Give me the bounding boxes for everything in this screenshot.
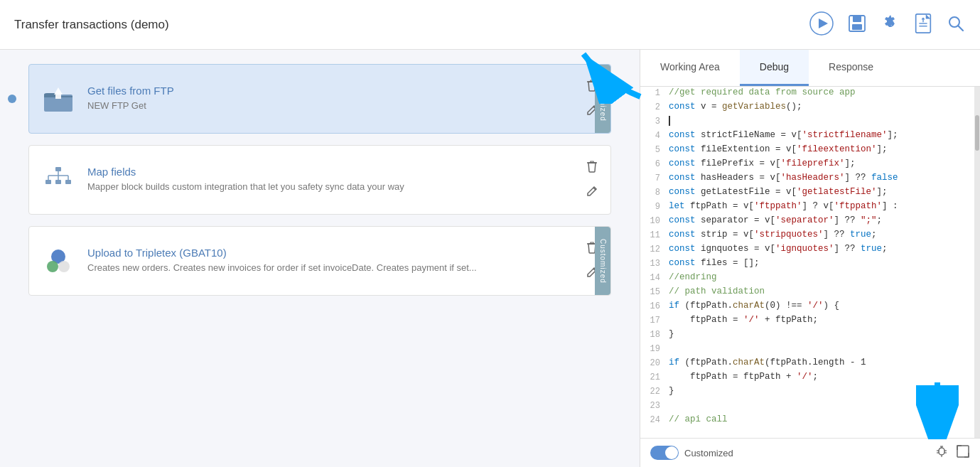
page-title: Transfer transactions (demo) — [14, 18, 809, 32]
step-desc-map: Mapper block builds custom integration t… — [87, 181, 576, 193]
code-line-24: 24 // api call — [640, 414, 980, 428]
step-title-map: Map fields — [87, 166, 576, 178]
step-upload-tripletex[interactable]: Upload to Tripletex (GBAT10) Creates new… — [28, 226, 611, 296]
svg-rect-23 — [65, 180, 71, 184]
right-panel: Working Area Debug Response 1 //get requ… — [640, 50, 980, 467]
map-icon — [43, 166, 74, 194]
code-line-8: 8 const getLatestFile = v['getlatestFile… — [640, 186, 980, 200]
code-line-4: 4 const strictFileName = v['strictfilena… — [640, 129, 980, 144]
debug-footer-button[interactable] — [935, 444, 949, 461]
tab-bar: Working Area Debug Response — [640, 50, 980, 87]
code-line-1: 1 //get required data from source app — [640, 87, 980, 101]
code-line-15: 15 // path validation — [640, 286, 980, 300]
customized-badge-ftp: Customized — [595, 65, 610, 133]
customized-badge-upload: Customized — [595, 227, 610, 295]
svg-rect-15 — [55, 167, 61, 171]
code-footer: Customized — [640, 438, 980, 467]
step-actions-map — [585, 159, 599, 201]
code-line-11: 11 const strip = v['stripquotes'] ?? tru… — [640, 229, 980, 243]
customized-toggle[interactable] — [650, 446, 679, 460]
code-line-16: 16 if (ftpPath.charAt(0) !== '/') { — [640, 300, 980, 314]
svg-line-10 — [958, 26, 963, 31]
code-line-18: 18 } — [640, 328, 980, 343]
header: Transfer transactions (demo) — [0, 0, 980, 50]
settings-button[interactable] — [881, 14, 900, 36]
svg-rect-4 — [852, 24, 862, 30]
save-icon — [846, 13, 868, 34]
ftp-icon — [43, 85, 74, 113]
step-title-upload: Upload to Tripletex (GBAT10) — [87, 247, 576, 259]
main-layout: Get files from FTP NEW FTP Get — [0, 50, 980, 467]
export-icon — [913, 13, 933, 34]
toggle-label: Customized — [684, 448, 733, 458]
expand-icon — [956, 444, 970, 458]
save-button[interactable] — [846, 13, 868, 37]
code-line-20: 20 if (ftpPath.charAt(ftpPath.length - 1 — [640, 357, 980, 371]
step-icon-ftp — [41, 81, 76, 117]
step-info-ftp: Get files from FTP NEW FTP Get — [87, 85, 576, 112]
code-line-14: 14 //endring — [640, 272, 980, 286]
export-button[interactable] — [913, 13, 933, 37]
code-line-12: 12 const ignquotes = v['ignquotes'] ?? t… — [640, 243, 980, 257]
tripletex-icon — [43, 245, 74, 277]
tab-response[interactable]: Response — [809, 50, 893, 86]
step-icon-upload — [41, 243, 76, 279]
code-line-19: 19 — [640, 343, 980, 357]
header-actions — [809, 11, 966, 38]
svg-point-28 — [58, 261, 70, 272]
footer-icons — [935, 444, 970, 461]
step-desc-ftp: NEW FTP Get — [87, 100, 576, 112]
svg-rect-22 — [55, 180, 61, 184]
tab-working-area[interactable]: Working Area — [640, 50, 740, 86]
code-line-22: 22 } — [640, 385, 980, 399]
code-line-23: 23 — [640, 399, 980, 414]
code-line-3: 3 — [640, 115, 980, 129]
edit-map-button[interactable] — [585, 184, 599, 201]
tab-debug[interactable]: Debug — [740, 50, 809, 86]
step-icon-map — [41, 162, 76, 198]
delete-map-button[interactable] — [585, 159, 599, 177]
code-line-10: 10 const separator = v['separator'] ?? "… — [640, 215, 980, 229]
step-info-map: Map fields Mapper block builds custom in… — [87, 166, 576, 193]
run-button[interactable] — [809, 11, 834, 38]
code-line-6: 6 const filePrefix = v['fileprefix']; — [640, 158, 980, 172]
scrollbar-thumb[interactable] — [975, 115, 979, 151]
code-line-5: 5 const fileExtention = v['fileextention… — [640, 144, 980, 158]
run-icon — [809, 11, 834, 36]
step-info-upload: Upload to Tripletex (GBAT10) Creates new… — [87, 247, 576, 274]
svg-rect-39 — [957, 446, 969, 457]
code-line-21: 21 ftpPath = ftpPath + '/'; — [640, 371, 980, 385]
toggle-knob — [665, 446, 678, 459]
trash-icon-map — [586, 160, 598, 173]
svg-rect-3 — [853, 16, 861, 22]
step-desc-upload: Creates new orders. Creates new invoices… — [87, 262, 576, 274]
code-line-17: 17 ftpPath = '/' + ftpPath; — [640, 314, 980, 328]
edit-icon-map — [586, 186, 598, 197]
step-map-fields[interactable]: Map fields Mapper block builds custom in… — [28, 145, 611, 215]
step-dot — [8, 95, 16, 103]
left-panel: Get files from FTP NEW FTP Get — [0, 50, 640, 467]
gear-icon — [881, 14, 900, 33]
toggle-wrap: Customized — [650, 446, 733, 460]
code-line-13: 13 const files = []; — [640, 257, 980, 272]
code-line-9: 9 let ftpPath = v['ftppath'] ? v['ftppat… — [640, 200, 980, 215]
code-line-7: 7 const hasHeaders = v['hasHeaders'] ?? … — [640, 172, 980, 186]
bug-icon — [935, 444, 949, 458]
svg-marker-1 — [819, 18, 828, 28]
scrollbar-track[interactable] — [974, 87, 980, 438]
svg-point-27 — [47, 261, 58, 272]
svg-rect-31 — [939, 448, 944, 455]
expand-button[interactable] — [956, 444, 970, 461]
code-editor[interactable]: 1 //get required data from source app 2 … — [640, 87, 980, 438]
step-get-files-ftp[interactable]: Get files from FTP NEW FTP Get — [28, 64, 611, 134]
search-icon — [946, 14, 966, 33]
step-title-ftp: Get files from FTP — [87, 85, 576, 97]
code-line-2: 2 const v = getVariables(); — [640, 101, 980, 115]
svg-rect-21 — [45, 180, 51, 184]
search-button[interactable] — [946, 14, 966, 36]
